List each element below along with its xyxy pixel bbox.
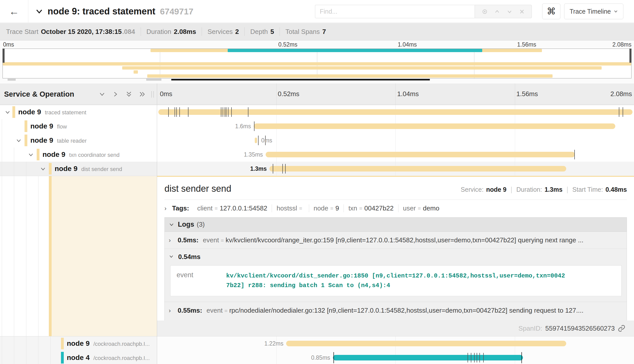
span-bar[interactable] (286, 341, 566, 346)
span-tree-cell[interactable]: node 9dist sender send (0, 162, 157, 176)
span-color-bar (61, 338, 64, 349)
trace-minimap: 0ms 0.52ms 1.04ms 1.56ms 2.08ms (0, 40, 634, 83)
log-event-detail: event kv/kvclient/kvcoord/dist_sender.go… (170, 265, 622, 296)
span-tree-cell[interactable]: node 9/cockroach.roachpb.I... (0, 336, 157, 351)
trace-title-wrap[interactable]: node 9: traced statement 6749717 (35, 0, 194, 23)
log-entry-0.55ms[interactable]: › 0.55ms: event=rpc/nodedialer/nodediale… (165, 302, 627, 319)
column-resize-grip[interactable] (151, 91, 154, 98)
log-field-key: event (177, 271, 226, 290)
minimap-span (228, 49, 482, 52)
log-markers (157, 162, 634, 176)
logs-count: (3) (197, 221, 205, 228)
tag-user: user=demo (398, 204, 444, 212)
trace-depth: Depth 5 (245, 27, 280, 36)
log-entry-toggle[interactable]: 0.54ms (165, 249, 627, 263)
span-timeline-cell[interactable]: 1.22ms (157, 336, 634, 351)
locate-icon[interactable] (481, 8, 488, 15)
chevron-down-icon[interactable] (16, 138, 22, 144)
divider (164, 200, 627, 200)
service-name: node 9 (18, 108, 41, 116)
trace-start: Trace Start October 15 2020, 17:38:15.08… (6, 27, 141, 36)
span-detail-panel: dist sender send Service:node 9 | Durati… (0, 176, 634, 336)
chevron-down-icon[interactable] (28, 152, 34, 158)
span-tree-cell[interactable]: node 9txn coordinator send (0, 147, 157, 162)
log-markers (157, 351, 634, 364)
chevron-down-icon[interactable] (40, 166, 46, 172)
minimap-canvas[interactable] (3, 49, 631, 78)
minimap-time-axis: 0ms 0.52ms 1.04ms 1.56ms 2.08ms (0, 41, 634, 48)
find-input[interactable] (315, 5, 475, 18)
chevron-down-icon[interactable] (35, 7, 44, 16)
logs-section: Logs (3) › 0.5ms: event=kv/kvclient/kvco… (164, 217, 627, 333)
span-tree-cell[interactable]: node 9flow (0, 119, 157, 133)
span-timeline-cell[interactable]: 1.3ms (157, 162, 634, 176)
view-selector-button[interactable]: Trace Timeline (564, 4, 623, 19)
chevron-down-icon[interactable] (5, 109, 11, 115)
span-timeline-cell[interactable]: 0ms (157, 133, 634, 147)
app-header: ← node 9: traced statement 6749717 ⌘ Tra… (0, 0, 634, 23)
span-row-txn-coordinator-send: node 9txn coordinator send 1.35ms (0, 147, 634, 162)
logs-toggle[interactable]: Logs (3) (165, 218, 627, 232)
range-handle-right[interactable] (629, 49, 631, 63)
log-markers (157, 105, 634, 119)
span-timeline-cell[interactable]: 1.6ms (157, 119, 634, 133)
operation-name: dist sender send (81, 166, 122, 172)
span-id-row: SpanID: 5597415943526560273 (157, 320, 634, 336)
axis-tick-label: 1.56ms (516, 90, 538, 98)
axis-tick-label: 0ms (160, 90, 172, 98)
link-icon[interactable] (618, 325, 625, 332)
service-operation-title: Service & Operation (4, 90, 74, 98)
span-duration-label: 0ms (259, 137, 274, 144)
find-controls (475, 5, 532, 18)
minimap-span (122, 66, 602, 70)
span-tree-cell[interactable]: node 9traced statement (0, 105, 157, 119)
tags-toggle[interactable]: › Tags: client=127.0.0.1:54582 hostssl= … (164, 204, 627, 212)
span-color-bar (49, 163, 52, 175)
log-markers (157, 119, 634, 133)
span-color-bar (12, 106, 15, 118)
span-row-dist-sender-send: node 9dist sender send 1.3ms (0, 162, 634, 176)
minimap-scrub-mark[interactable] (146, 79, 161, 81)
back-arrow-icon: ← (9, 6, 19, 17)
span-duration-label: 0.85ms (309, 354, 332, 361)
span-timeline-cell[interactable]: 1.35ms (157, 147, 634, 162)
minimap-tick: 2.08ms (612, 41, 631, 48)
span-color-bar (37, 149, 39, 160)
minimap-scrollbar[interactable] (171, 79, 430, 80)
column-divider[interactable] (157, 83, 157, 364)
tag-node: node=9 (309, 204, 344, 212)
span-color-bar (61, 352, 64, 363)
chevron-right-icon: › (169, 237, 173, 244)
span-tree-cell[interactable]: node 4/cockroach.roachpb.I... (0, 351, 157, 364)
log-markers (157, 147, 634, 162)
span-tree-cell[interactable]: node 9table reader (0, 133, 157, 147)
span-timeline-cell[interactable] (157, 105, 634, 119)
span-detail-body: dist sender send Service:node 9 | Durati… (157, 176, 634, 336)
span-rows: node 9traced statement node 9flow 1.6ms (0, 105, 634, 176)
chevron-down-icon (614, 9, 618, 14)
keyboard-shortcuts-button[interactable]: ⌘ (542, 4, 560, 19)
log-entry-0.5ms[interactable]: › 0.5ms: event=kv/kvclient/kvcoord/range… (165, 232, 627, 249)
log-entry-0.54ms: 0.54ms event kv/kvclient/kvcoord/dist_se… (165, 249, 627, 296)
span-color-bar (25, 135, 27, 146)
prev-match-icon[interactable] (494, 8, 500, 15)
tag-txn: txn=00427b22 (344, 204, 398, 212)
service-name: node 9 (30, 122, 53, 130)
operation-name: flow (57, 123, 67, 130)
back-button[interactable]: ← (0, 0, 28, 23)
next-match-icon[interactable] (506, 8, 513, 15)
collapse-all-icon[interactable] (125, 91, 132, 98)
trace-total-spans: Total Spans 7 (280, 27, 331, 36)
clear-search-icon[interactable] (519, 8, 525, 15)
span-duration-label: 1.3ms (248, 165, 269, 172)
expand-one-icon[interactable] (112, 91, 119, 98)
service-name: node 9 (67, 339, 90, 347)
range-handle-left[interactable] (3, 49, 5, 63)
span-timeline-cell[interactable]: 0.85ms (157, 351, 634, 364)
expand-all-icon[interactable] (139, 91, 146, 98)
trace-duration: Duration 2.08ms (141, 27, 202, 36)
collapse-one-icon[interactable] (99, 91, 105, 98)
operation-name: traced statement (45, 109, 86, 116)
span-row-table-reader: node 9table reader 0ms (0, 133, 634, 147)
minimap-scrub-mark[interactable] (8, 79, 16, 81)
